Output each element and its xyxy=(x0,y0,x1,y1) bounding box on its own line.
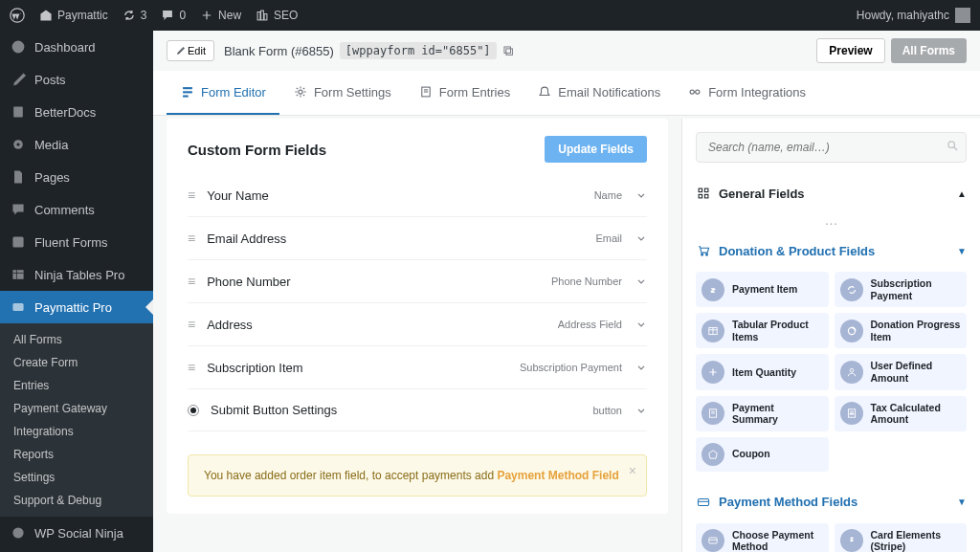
svg-rect-11 xyxy=(12,303,23,311)
field-submit-button[interactable]: Submit Button Settingsbutton xyxy=(188,389,647,431)
sidebar-item-betterdocs[interactable]: BetterDocs xyxy=(0,96,153,128)
avatar xyxy=(955,8,970,23)
sidebar-item-fluentforms[interactable]: Fluent Forms xyxy=(0,226,153,258)
field-email[interactable]: ≡Email AddressEmail xyxy=(188,217,647,260)
field-your-name[interactable]: ≡Your NameName xyxy=(188,174,647,217)
svg-rect-20 xyxy=(183,91,192,93)
updates[interactable]: 3 xyxy=(122,8,147,23)
svg-point-35 xyxy=(702,254,703,255)
svg-rect-34 xyxy=(704,194,708,198)
svg-rect-49 xyxy=(698,498,708,505)
svg-rect-21 xyxy=(183,96,189,98)
chevron-up-icon: ▲ xyxy=(957,188,967,199)
account-menu[interactable]: Howdy, mahiyathc xyxy=(857,8,970,23)
card-user-defined-amount[interactable]: User Defined Amount xyxy=(835,354,968,389)
sidebar-item-socialninja[interactable]: WP Social Ninja xyxy=(0,517,153,549)
submenu-support[interactable]: Support & Debug xyxy=(0,489,153,512)
svg-point-26 xyxy=(690,90,694,94)
svg-rect-7 xyxy=(12,236,23,247)
drag-handle-icon[interactable]: ≡ xyxy=(188,274,195,289)
svg-rect-3 xyxy=(264,14,267,20)
svg-rect-18 xyxy=(504,46,511,53)
card-coupon[interactable]: Coupon xyxy=(696,437,829,472)
field-subscription[interactable]: ≡Subscription ItemSubscription Payment xyxy=(188,346,647,389)
drag-handle-icon[interactable]: ≡ xyxy=(188,317,195,332)
svg-rect-32 xyxy=(704,188,708,192)
tab-email-notifications[interactable]: Email Notifications xyxy=(523,71,674,115)
submenu-reports[interactable]: Reports xyxy=(0,443,153,466)
card-donation-progress[interactable]: Donation Progress Item xyxy=(835,313,968,348)
chevron-down-icon[interactable] xyxy=(635,362,647,373)
card-tabular-product[interactable]: Tabular Product Items xyxy=(696,313,829,348)
site-name[interactable]: Paymattic xyxy=(38,8,108,23)
field-phone[interactable]: ≡Phone NumberPhone Number xyxy=(188,260,647,303)
chevron-down-icon[interactable] xyxy=(635,189,647,201)
svg-rect-4 xyxy=(13,106,23,117)
drag-handle-icon[interactable]: ≡ xyxy=(188,188,195,203)
svg-point-27 xyxy=(696,90,700,94)
canvas-title: Custom Form Fields xyxy=(188,142,326,158)
section-donation-fields[interactable]: Donation & Product Fields ▼ xyxy=(682,233,980,268)
sidebar-item-dashboard[interactable]: Dashboard xyxy=(0,31,153,63)
edit-button[interactable]: Edit xyxy=(167,40,214,61)
svg-rect-48 xyxy=(852,413,853,414)
tab-form-integrations[interactable]: Form Integrations xyxy=(674,71,819,115)
card-item-quantity[interactable]: Item Quantity xyxy=(696,354,829,389)
cart-icon xyxy=(696,243,711,258)
chevron-down-icon[interactable] xyxy=(635,232,647,244)
sidebar-item-comments[interactable]: Comments xyxy=(0,193,153,226)
section-payment-method[interactable]: Payment Method Fields ▼ xyxy=(682,485,980,519)
drag-handle-icon[interactable]: ≡ xyxy=(188,231,195,246)
contract-toggle[interactable]: Contract xyxy=(681,262,686,314)
chevron-down-icon[interactable] xyxy=(635,276,647,287)
submenu-entries[interactable]: Entries xyxy=(0,374,153,397)
chevron-down-icon[interactable] xyxy=(635,319,647,330)
field-address[interactable]: ≡AddressAddress Field xyxy=(188,303,647,346)
grid-icon xyxy=(696,186,711,201)
tab-form-editor[interactable]: Form Editor xyxy=(167,71,279,115)
copy-icon[interactable] xyxy=(502,45,515,57)
submenu-create-form[interactable]: Create Form xyxy=(0,351,153,374)
card-payment-item[interactable]: Payment Item xyxy=(696,272,829,307)
submenu-integrations[interactable]: Integrations xyxy=(0,420,153,443)
sidebar-item-media[interactable]: Media xyxy=(0,128,153,161)
close-icon[interactable]: × xyxy=(629,463,636,478)
shortcode: [wppayform id="6855"] xyxy=(340,42,497,59)
submenu-payment-gateway[interactable]: Payment Gateway xyxy=(0,397,153,420)
card-payment-summary[interactable]: Payment Summary xyxy=(696,396,829,431)
svg-rect-51 xyxy=(709,538,717,543)
svg-rect-1 xyxy=(257,12,260,20)
svg-point-6 xyxy=(16,143,19,145)
tab-form-entries[interactable]: Form Entries xyxy=(405,71,523,115)
card-subscription-payment[interactable]: Subscription Payment xyxy=(835,272,968,307)
svg-point-36 xyxy=(706,254,708,255)
payment-method-link[interactable]: Payment Method Field xyxy=(497,469,618,482)
card-tax-calculated[interactable]: Tax Calculated Amount xyxy=(835,396,968,431)
drag-handle-icon[interactable]: ≡ xyxy=(188,360,195,375)
update-fields-button[interactable]: Update Fields xyxy=(545,136,647,163)
new-content[interactable]: New xyxy=(199,8,241,23)
section-general-fields[interactable]: General Fields ▲ xyxy=(682,176,980,210)
comments-count[interactable]: 0 xyxy=(160,8,186,23)
seo-menu[interactable]: SEO xyxy=(255,8,298,23)
card-stripe[interactable]: Card Elements (Stripe) xyxy=(835,523,968,552)
submenu-all-forms[interactable]: All Forms xyxy=(0,328,153,351)
card-choose-payment-method[interactable]: Choose Payment Method xyxy=(696,523,829,552)
svg-point-22 xyxy=(299,90,302,94)
tab-form-settings[interactable]: Form Settings xyxy=(279,71,405,115)
preview-button[interactable]: Preview xyxy=(816,38,884,63)
svg-rect-33 xyxy=(699,194,702,198)
wp-logo[interactable] xyxy=(10,8,25,23)
svg-rect-2 xyxy=(261,11,264,20)
chevron-down-icon[interactable] xyxy=(635,405,647,416)
sidebar-item-pages[interactable]: Pages xyxy=(0,161,153,193)
sidebar-item-ninjatables[interactable]: Ninja Tables Pro xyxy=(0,258,153,291)
svg-rect-45 xyxy=(848,409,855,417)
submenu-settings[interactable]: Settings xyxy=(0,466,153,489)
sidebar-item-posts[interactable]: Posts xyxy=(0,63,153,96)
all-forms-button[interactable]: All Forms xyxy=(891,38,967,63)
search-input[interactable] xyxy=(696,132,967,163)
card-icon xyxy=(696,495,711,510)
sidebar-item-paymattic[interactable]: Paymattic Pro xyxy=(0,291,153,323)
svg-rect-31 xyxy=(699,188,702,192)
